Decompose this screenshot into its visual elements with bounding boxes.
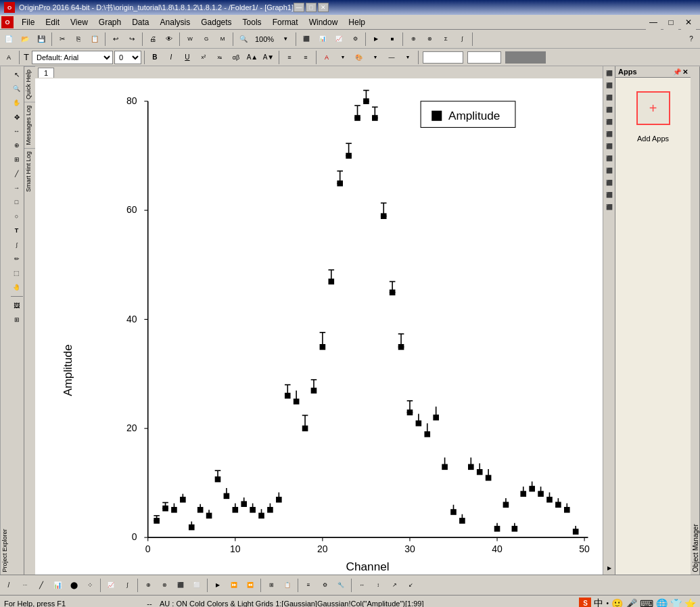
rm-btn-9[interactable]: ⬛ xyxy=(604,165,615,176)
bt-btn4[interactable]: ⊗ xyxy=(157,578,172,593)
menu-view[interactable]: View xyxy=(65,16,93,28)
paste-btn[interactable]: 📋 xyxy=(87,32,102,47)
project-explorer-panel[interactable]: Project Explorer xyxy=(0,66,9,575)
tb-btn-13[interactable]: ⊕ xyxy=(406,32,421,47)
zoom-btn[interactable]: 🔍 xyxy=(236,32,251,47)
graph-canvas[interactable]: Amplitude Amplitude Channel 0 20 40 xyxy=(35,78,603,575)
rm-btn-2[interactable]: ⬛ xyxy=(604,80,615,91)
fill-color-btn[interactable]: 🎨 xyxy=(352,50,367,65)
maximize-button[interactable]: □ xyxy=(306,3,317,12)
align-left-btn[interactable]: ≡ xyxy=(282,50,297,65)
minimize-origin-btn[interactable]: — xyxy=(646,15,661,30)
text-tool[interactable]: T xyxy=(10,224,24,237)
rm-btn-1[interactable]: ⬛ xyxy=(604,68,615,78)
messages-log-label[interactable]: Messages Log xyxy=(24,102,35,148)
bt-btn13[interactable]: ⚙ xyxy=(317,578,332,593)
bt-btn8[interactable]: ⏩ xyxy=(227,578,241,593)
menu-graph[interactable]: Graph xyxy=(93,16,126,28)
bt-btn15[interactable]: ↔ xyxy=(354,578,369,593)
bt-scatter[interactable]: ⁘ xyxy=(83,578,97,593)
rm-btn-12[interactable]: ⬛ xyxy=(604,201,615,212)
tb-btn-11[interactable]: ▶ xyxy=(369,32,383,47)
menu-data[interactable]: Data xyxy=(126,16,154,28)
new-graph-btn[interactable]: G xyxy=(199,32,214,47)
undo-btn[interactable]: ↩ xyxy=(108,32,123,47)
close-button[interactable]: ✕ xyxy=(318,3,329,12)
zoom-tool[interactable]: 🔍 xyxy=(10,82,24,95)
rm-btn-10[interactable]: ⬛ xyxy=(604,177,615,188)
print-btn[interactable]: 🖨 xyxy=(145,32,160,47)
insert-image[interactable]: 🖼 xyxy=(10,299,24,312)
draw-circle[interactable]: ○ xyxy=(10,210,24,223)
italic-btn[interactable]: I xyxy=(164,50,179,65)
quick-help-label[interactable]: Quick Help xyxy=(24,66,35,102)
font-family-select[interactable]: Default: Arial xyxy=(32,51,113,64)
new-worksheet-btn[interactable]: W xyxy=(183,32,197,47)
bt-btn6[interactable]: ⬜ xyxy=(189,578,204,593)
tb-btn-12[interactable]: ■ xyxy=(385,32,400,47)
rm-btn-11[interactable]: ⬛ xyxy=(604,189,615,200)
rm-btn-4[interactable]: ⬛ xyxy=(604,104,615,115)
bt-quick-fit[interactable]: ∫ xyxy=(120,578,135,593)
decrease-font-btn[interactable]: A▼ xyxy=(261,50,276,65)
data-reader[interactable]: ⊕ xyxy=(10,139,24,152)
draw-arrow[interactable]: → xyxy=(10,181,24,195)
object-manager-panel[interactable]: Object Manager xyxy=(691,66,700,575)
text-color-btn[interactable]: A xyxy=(319,50,334,65)
bt-dots[interactable]: ··· xyxy=(18,578,32,593)
bt-btn5[interactable]: ⬛ xyxy=(173,578,188,593)
pan-tool[interactable]: ✋ xyxy=(10,96,24,110)
increase-font-btn[interactable]: A▲ xyxy=(245,50,260,65)
bt-btn7[interactable]: ▶ xyxy=(210,578,225,593)
rm-btn-3[interactable]: ⬛ xyxy=(604,92,615,103)
rm-btn-arrow[interactable]: ▶ xyxy=(604,562,615,573)
bt-btn18[interactable]: ↙ xyxy=(403,578,418,593)
tb-btn-14[interactable]: ⊗ xyxy=(422,32,437,47)
resize-tool[interactable]: ↔ xyxy=(10,124,24,138)
apps-pin-btn[interactable]: 📌 xyxy=(673,68,681,76)
menu-help[interactable]: Help xyxy=(343,16,371,28)
help-btn[interactable]: ? xyxy=(684,32,699,47)
font-size-select[interactable]: 0 xyxy=(114,51,141,64)
tb-btn-7[interactable]: ⬛ xyxy=(299,32,314,47)
formula-tool[interactable]: ∫ xyxy=(10,238,24,251)
tb-btn-15[interactable]: Σ xyxy=(438,32,453,47)
bt-arrow[interactable]: / xyxy=(1,578,16,593)
rm-btn-8[interactable]: ⬛ xyxy=(604,153,615,164)
move-tool[interactable]: ✥ xyxy=(10,110,24,124)
copy-btn[interactable]: ⎘ xyxy=(71,32,86,47)
bt-col-stat[interactable]: 📈 xyxy=(103,578,118,593)
menu-edit[interactable]: Edit xyxy=(40,16,65,28)
new-matrix-btn[interactable]: M xyxy=(215,32,230,47)
screen-reader[interactable]: ⊞ xyxy=(10,153,24,166)
hand-tool[interactable]: 🤚 xyxy=(10,281,24,294)
bt-btn11[interactable]: 📋 xyxy=(280,578,295,593)
menu-gadgets[interactable]: Gadgets xyxy=(195,16,237,28)
bold-btn[interactable]: B xyxy=(147,50,162,65)
pointer-tool[interactable]: ↖ xyxy=(10,68,24,81)
bt-btn10[interactable]: ⊞ xyxy=(264,578,279,593)
brush-tool[interactable]: ✏ xyxy=(10,252,24,266)
region-select[interactable]: ⬚ xyxy=(10,266,24,280)
menu-window[interactable]: Window xyxy=(304,16,344,28)
bt-btn14[interactable]: 🔧 xyxy=(333,578,348,593)
fill-pattern-select[interactable] xyxy=(505,51,546,64)
bt-btn3[interactable]: ⊕ xyxy=(141,578,156,593)
tb-btn-10[interactable]: ⚙ xyxy=(348,32,363,47)
graph-tab-1[interactable]: 1 xyxy=(38,68,54,78)
bt-line[interactable]: ╱ xyxy=(34,578,49,593)
text-color-dropdown[interactable]: ▼ xyxy=(335,50,350,65)
bt-btn16[interactable]: ↕ xyxy=(371,578,386,593)
rm-btn-6[interactable]: ⬛ xyxy=(604,128,615,139)
insert-table[interactable]: ⊞ xyxy=(10,313,24,326)
menu-tools[interactable]: Tools xyxy=(237,16,267,28)
subscript-btn[interactable]: x₂ xyxy=(212,50,227,65)
bt-bar[interactable]: 📊 xyxy=(50,578,65,593)
zoom-dropdown[interactable]: ▼ xyxy=(278,32,293,47)
save-btn[interactable]: 💾 xyxy=(34,32,49,47)
restore-origin-btn[interactable]: □ xyxy=(663,15,678,30)
close-origin-btn[interactable]: ✕ xyxy=(681,15,696,30)
fill-color-dropdown[interactable]: ▼ xyxy=(368,50,383,65)
bt-pie[interactable]: ⬤ xyxy=(66,578,81,593)
bt-btn12[interactable]: ≡ xyxy=(301,578,316,593)
